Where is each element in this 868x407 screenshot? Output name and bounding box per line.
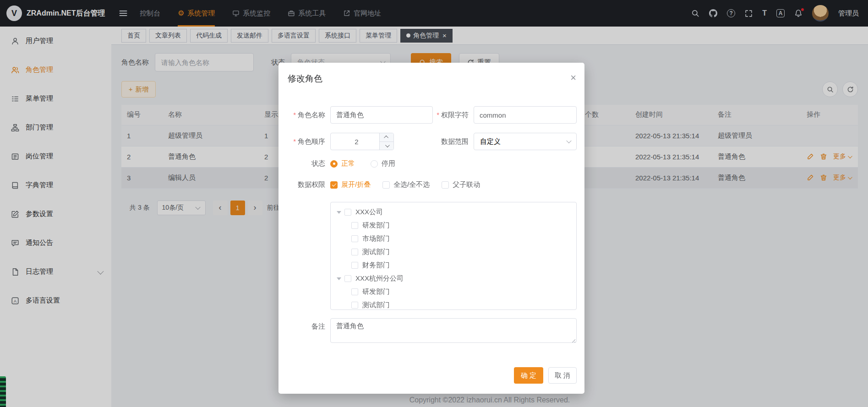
tree-node[interactable]: 市场部门 bbox=[331, 232, 576, 245]
dialog-title: 修改角色 bbox=[288, 73, 322, 85]
dialog-form: 角色名称 权限字符 角色顺序 数据范围 自定义 状态 bbox=[278, 106, 584, 345]
data-scope-select[interactable]: 自定义 bbox=[474, 133, 577, 150]
form-row-data-perm: 数据权限 展开/折叠 全选/全不选 父子联动 bbox=[288, 180, 577, 189]
tree-node[interactable]: 研发部门 bbox=[331, 285, 576, 298]
role-order-label: 角色顺序 bbox=[288, 137, 330, 146]
radio-icon bbox=[330, 160, 338, 168]
checkbox-icon bbox=[442, 181, 449, 189]
checkbox-icon bbox=[382, 181, 390, 189]
tree-node[interactable]: 测试部门 bbox=[331, 245, 576, 259]
checkbox-expand-collapse[interactable]: 展开/折叠 bbox=[330, 180, 371, 189]
form-row-order-scope: 角色顺序 数据范围 自定义 bbox=[288, 133, 577, 150]
perm-char-label: 权限字符 bbox=[433, 111, 474, 119]
caret-down-icon[interactable] bbox=[337, 211, 341, 214]
chevron-down-icon bbox=[385, 143, 389, 147]
cancel-button[interactable]: 取 消 bbox=[548, 367, 577, 384]
checkbox-select-all[interactable]: 全选/全不选 bbox=[382, 180, 430, 189]
checkbox-icon bbox=[330, 181, 338, 189]
caret-down-icon[interactable] bbox=[337, 277, 341, 280]
role-name-field[interactable] bbox=[330, 106, 433, 124]
tree-checkbox[interactable] bbox=[344, 275, 351, 282]
remark-label: 备注 bbox=[288, 318, 330, 331]
dialog-footer: 确 定 取 消 bbox=[514, 367, 577, 384]
edit-role-dialog: 修改角色 × 角色名称 权限字符 角色顺序 数据范围 自定义 bbox=[278, 63, 584, 394]
radio-status-normal[interactable]: 正常 bbox=[330, 159, 355, 168]
tree-checkbox[interactable] bbox=[351, 288, 358, 295]
chevron-up-icon bbox=[384, 136, 388, 140]
status-field-label: 状态 bbox=[288, 159, 330, 168]
chevron-down-icon bbox=[566, 138, 571, 143]
close-icon[interactable]: × bbox=[570, 73, 576, 83]
data-perm-label: 数据权限 bbox=[288, 180, 330, 189]
form-row-name-perm: 角色名称 权限字符 bbox=[288, 106, 577, 124]
tree-node[interactable]: 测试部门 bbox=[331, 298, 576, 310]
data-scope-label: 数据范围 bbox=[394, 137, 474, 146]
remark-textarea[interactable]: 普通角色 bbox=[330, 318, 577, 343]
stepper-up-button[interactable] bbox=[380, 133, 393, 142]
confirm-button[interactable]: 确 定 bbox=[514, 367, 543, 384]
perm-char-field[interactable] bbox=[474, 106, 577, 124]
tree-checkbox[interactable] bbox=[351, 249, 358, 255]
tree-node[interactable]: 研发部门 bbox=[331, 219, 576, 232]
form-row-remark: 备注 普通角色 bbox=[288, 318, 577, 345]
stepper-down-button[interactable] bbox=[380, 142, 393, 150]
checkbox-parent-child-link[interactable]: 父子联动 bbox=[442, 180, 480, 189]
department-tree: XXX公司 研发部门 市场部门 测试部门 财务部门 XXX杭州分公司 bbox=[330, 202, 577, 310]
tree-node[interactable]: XXX公司 bbox=[331, 206, 576, 219]
role-name-field-label: 角色名称 bbox=[288, 111, 330, 119]
tree-checkbox[interactable] bbox=[351, 302, 358, 309]
radio-icon bbox=[371, 160, 378, 168]
tree-checkbox[interactable] bbox=[344, 209, 351, 216]
tree-node[interactable]: 财务部门 bbox=[331, 259, 576, 272]
tree-checkbox[interactable] bbox=[351, 222, 358, 229]
form-row-status: 状态 正常 停用 bbox=[288, 159, 577, 168]
role-order-stepper bbox=[330, 133, 394, 150]
tree-checkbox[interactable] bbox=[351, 262, 358, 269]
tree-node[interactable]: XXX杭州分公司 bbox=[331, 272, 576, 285]
radio-status-disabled[interactable]: 停用 bbox=[371, 159, 395, 168]
tree-checkbox[interactable] bbox=[351, 235, 358, 242]
